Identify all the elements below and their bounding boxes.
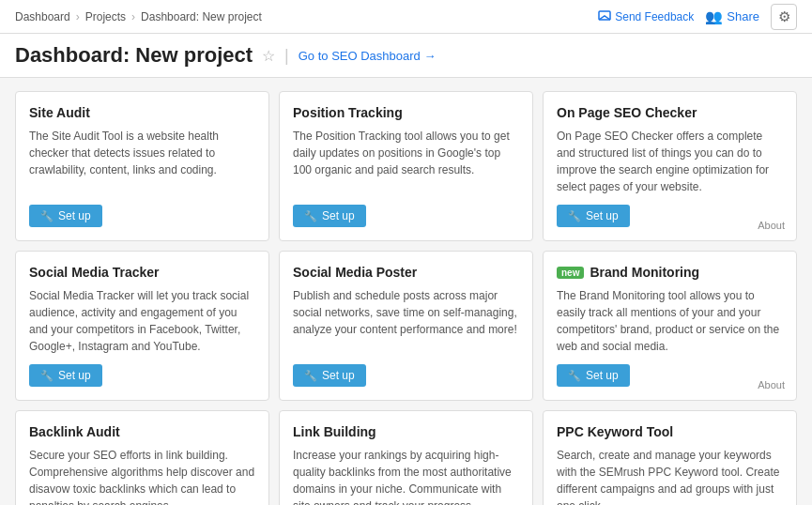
tools-grid: Site AuditThe Site Audit Tool is a websi… xyxy=(15,91,797,505)
tool-title-social-media-poster: Social Media Poster xyxy=(293,265,519,280)
feedback-icon xyxy=(598,10,611,23)
setup-label-site-audit: Set up xyxy=(58,209,91,222)
tool-card-backlink-audit: Backlink AuditSecure your SEO efforts in… xyxy=(15,410,269,505)
tool-title-text-link-building: Link Building xyxy=(293,424,376,439)
tool-footer-brand-monitoring: 🔧Set up xyxy=(557,364,783,387)
tool-title-social-media-tracker: Social Media Tracker xyxy=(29,265,255,280)
wrench-icon: 🔧 xyxy=(568,370,581,382)
tool-title-position-tracking: Position Tracking xyxy=(293,105,519,120)
tool-card-on-page-seo: On Page SEO CheckerOn Page SEO Checker o… xyxy=(543,91,797,241)
tool-footer-position-tracking: 🔧Set up xyxy=(293,205,519,227)
setup-label-brand-monitoring: Set up xyxy=(586,369,619,382)
tool-desc-site-audit: The Site Audit Tool is a website health … xyxy=(29,128,255,195)
tool-footer-on-page-seo: 🔧Set up xyxy=(557,205,783,227)
setup-button-on-page-seo[interactable]: 🔧Set up xyxy=(557,205,630,227)
share-icon: 👥 xyxy=(705,8,723,25)
tool-title-text-social-media-tracker: Social Media Tracker xyxy=(29,265,160,280)
share-button[interactable]: 👥 Share xyxy=(705,8,759,25)
tool-title-text-brand-monitoring: Brand Monitoring xyxy=(590,265,699,280)
tool-desc-ppc-keyword: Search, create and manage your keywords … xyxy=(557,447,783,505)
breadcrumb-dashboard[interactable]: Dashboard xyxy=(15,10,70,23)
star-icon[interactable]: ☆ xyxy=(262,47,275,65)
header-divider: | xyxy=(284,46,289,66)
setup-label-social-media-tracker: Set up xyxy=(58,369,91,382)
setup-button-social-media-poster[interactable]: 🔧Set up xyxy=(293,364,366,387)
tool-card-social-media-tracker: Social Media TrackerSocial Media Tracker… xyxy=(15,251,269,401)
wrench-icon: 🔧 xyxy=(304,210,317,222)
tool-card-site-audit: Site AuditThe Site Audit Tool is a websi… xyxy=(15,91,269,241)
breadcrumb-projects[interactable]: Projects xyxy=(85,10,126,23)
tool-card-position-tracking: Position TrackingThe Position Tracking t… xyxy=(279,91,533,241)
setup-label-on-page-seo: Set up xyxy=(586,209,619,222)
tool-title-text-site-audit: Site Audit xyxy=(29,105,90,120)
tool-title-link-building: Link Building xyxy=(293,424,519,439)
setup-button-site-audit[interactable]: 🔧Set up xyxy=(29,205,102,227)
tool-card-ppc-keyword: PPC Keyword ToolSearch, create and manag… xyxy=(543,410,797,505)
setup-button-position-tracking[interactable]: 🔧Set up xyxy=(293,205,366,227)
tool-title-site-audit: Site Audit xyxy=(29,105,255,120)
tool-card-social-media-poster: Social Media PosterPublish and schedule … xyxy=(279,251,533,401)
tool-desc-link-building: Increase your rankings by acquiring high… xyxy=(293,447,519,505)
setup-label-social-media-poster: Set up xyxy=(322,369,355,382)
wrench-icon: 🔧 xyxy=(40,210,54,222)
tool-title-text-social-media-poster: Social Media Poster xyxy=(293,265,417,280)
page-header: Dashboard: New project ☆ | Go to SEO Das… xyxy=(0,34,812,78)
setup-button-brand-monitoring[interactable]: 🔧Set up xyxy=(557,364,630,387)
about-link-on-page-seo[interactable]: About xyxy=(758,220,785,231)
top-bar: Dashboard › Projects › Dashboard: New pr… xyxy=(0,0,812,34)
tool-title-text-ppc-keyword: PPC Keyword Tool xyxy=(557,424,673,439)
tool-title-text-on-page-seo: On Page SEO Checker xyxy=(557,105,697,120)
breadcrumb: Dashboard › Projects › Dashboard: New pr… xyxy=(15,10,262,23)
main-content: Site AuditThe Site Audit Tool is a websi… xyxy=(0,78,812,505)
top-bar-right: Send Feedback 👥 Share ⚙ xyxy=(598,4,797,30)
wrench-icon: 🔧 xyxy=(40,370,54,382)
wrench-icon: 🔧 xyxy=(304,370,317,382)
tool-title-text-position-tracking: Position Tracking xyxy=(293,105,403,120)
wrench-icon: 🔧 xyxy=(568,210,581,222)
setup-button-social-media-tracker[interactable]: 🔧Set up xyxy=(29,364,102,387)
tool-desc-position-tracking: The Position Tracking tool allows you to… xyxy=(293,128,519,195)
tool-footer-site-audit: 🔧Set up xyxy=(29,205,255,227)
breadcrumb-sep-2: › xyxy=(131,10,135,23)
tool-desc-on-page-seo: On Page SEO Checker offers a complete an… xyxy=(557,128,783,195)
tool-desc-social-media-poster: Publish and schedule posts across major … xyxy=(293,287,519,355)
tool-footer-social-media-poster: 🔧Set up xyxy=(293,364,519,387)
tool-desc-brand-monitoring: The Brand Monitoring tool allows you to … xyxy=(557,287,783,355)
new-badge: new xyxy=(557,267,584,279)
seo-dashboard-link[interactable]: Go to SEO Dashboard → xyxy=(299,49,437,63)
tool-footer-social-media-tracker: 🔧Set up xyxy=(29,364,255,387)
tool-desc-social-media-tracker: Social Media Tracker will let you track … xyxy=(29,287,255,355)
tool-title-text-backlink-audit: Backlink Audit xyxy=(29,424,120,439)
gear-icon: ⚙ xyxy=(778,8,790,25)
tool-desc-backlink-audit: Secure your SEO efforts in link building… xyxy=(29,447,255,505)
page-title: Dashboard: New project xyxy=(15,43,253,68)
tool-title-backlink-audit: Backlink Audit xyxy=(29,424,255,439)
tool-title-on-page-seo: On Page SEO Checker xyxy=(557,105,783,120)
breadcrumb-current: Dashboard: New project xyxy=(141,10,262,23)
send-feedback-button[interactable]: Send Feedback xyxy=(598,10,694,23)
about-link-brand-monitoring[interactable]: About xyxy=(758,379,785,390)
setup-label-position-tracking: Set up xyxy=(322,209,355,222)
tool-card-link-building: Link BuildingIncrease your rankings by a… xyxy=(279,410,533,505)
tool-card-brand-monitoring: newBrand MonitoringThe Brand Monitoring … xyxy=(543,251,797,401)
tool-title-ppc-keyword: PPC Keyword Tool xyxy=(557,424,783,439)
breadcrumb-sep-1: › xyxy=(76,10,80,23)
tool-title-brand-monitoring: newBrand Monitoring xyxy=(557,265,783,280)
settings-button[interactable]: ⚙ xyxy=(771,4,797,30)
